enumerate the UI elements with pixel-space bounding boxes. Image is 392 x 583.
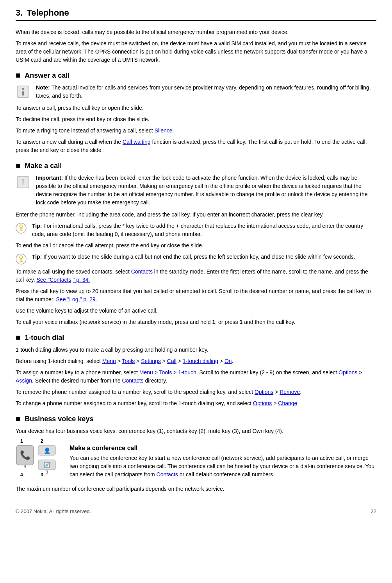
tip-content-1: For international calls, press the * key… [32, 223, 363, 237]
section-touch-dial-heading: ■ 1-touch dial [16, 333, 376, 342]
answer-para1: To answer a call, press the call key or … [16, 104, 376, 112]
key-num-4: 4 [20, 472, 23, 477]
touch-dial-para1: 1-touch dialing allows you to make a cal… [16, 346, 376, 354]
conference-text-area: Make a conference call You can use the c… [69, 438, 376, 482]
answer-call-note-text: Note: The actual invoice for calls and s… [36, 84, 376, 100]
section-business-voice-heading: ■ Business voice keys [16, 415, 376, 423]
business-voice-para1: Your device has four business voice keys… [16, 427, 376, 435]
answer-call-note: Note: The actual invoice for calls and s… [16, 84, 376, 100]
keys-illustration: 1 2 📞 👤 🔄 4 3 4 3 [16, 438, 62, 477]
svg-text:!: ! [22, 178, 24, 186]
tip-label-2: Tip: [32, 254, 42, 260]
svg-text:4: 4 [24, 464, 26, 469]
contacts-link-1[interactable]: Contacts [131, 268, 153, 275]
key-num-3: 3 [41, 472, 43, 477]
touch-dial-para5: To change a phone number assigned to a n… [16, 399, 376, 408]
bullet-icon-3: ■ [16, 333, 21, 342]
intro-para2: To make and receive calls, the device mu… [16, 39, 376, 64]
conference-area: 1 2 📞 👤 🔄 4 3 4 3 M [16, 438, 376, 482]
log-link[interactable]: See "Log," p. 29. [56, 296, 97, 302]
bullet-icon: ■ [16, 71, 21, 80]
intro-para1: When the device is locked, calls may be … [16, 28, 376, 36]
answer-para3: To mute a ringing tone instead of answer… [16, 127, 376, 135]
bullet-icon-4: ■ [16, 415, 21, 423]
conference-para2: The maximum number of conference call pa… [16, 485, 376, 493]
call-link-1[interactable]: Call [167, 358, 176, 364]
page-header: 3. Telephone [16, 8, 376, 21]
make-call-para2: To end the call or cancel the call attem… [16, 241, 376, 250]
important-label: Important: [36, 175, 63, 181]
svg-text:👤: 👤 [44, 447, 51, 454]
answer-call-title: Answer a call [25, 72, 69, 80]
tools-link-2[interactable]: Tools [159, 369, 172, 376]
tools-link-1[interactable]: Tools [122, 358, 135, 364]
tip-box-1: Tip: For international calls, press the … [16, 222, 376, 238]
chapter-number: 3. [16, 8, 23, 18]
tip-icon-2 [16, 254, 27, 265]
bullet-icon-2: ■ [16, 161, 21, 170]
options-link-1[interactable]: Options [339, 369, 357, 376]
tip-text-2: Tip: If you want to close the slide duri… [32, 253, 355, 261]
keys-diagram: 1 2 📞 👤 🔄 4 3 4 3 [16, 438, 59, 477]
make-call-para3: To make a call using the saved contacts,… [16, 268, 376, 284]
tip-text-1: Tip: For international calls, press the … [32, 222, 376, 238]
make-call-title: Make a call [25, 162, 62, 170]
answer-para4: To answer a new call during a call when … [16, 138, 376, 154]
contacts-link-3[interactable]: Contacts [122, 377, 143, 384]
settings-link-1[interactable]: Settings [141, 358, 161, 364]
1touch-dialing-link[interactable]: 1-touch dialing [183, 358, 218, 364]
copyright: © 2007 Nokia. All rights reserved. [16, 508, 91, 514]
page-footer: © 2007 Nokia. All rights reserved. 22 [16, 505, 376, 514]
note-label: Note: [36, 84, 50, 91]
touch-dial-para4: To remove the phone number assigned to a… [16, 388, 376, 396]
assign-link[interactable]: Assign [16, 377, 32, 384]
svg-text:🔄: 🔄 [44, 462, 51, 469]
important-content: If the device has been locked, enter the… [36, 175, 368, 206]
contacts-link-conf[interactable]: Contacts [157, 471, 178, 477]
make-call-para1: Enter the phone number, including the ar… [16, 211, 376, 219]
touch-dial-para3: To assign a number key to a phone number… [16, 368, 376, 385]
make-call-para5: Use the volume keys to adjust the volume… [16, 307, 376, 315]
make-call-para4: Press the call key to view up to 20 numb… [16, 287, 376, 304]
conference-para1: You can use the conference key to start … [69, 454, 376, 479]
note-content: The actual invoice for calls and service… [36, 84, 371, 99]
make-call-para6: To call your voice mailbox (network serv… [16, 318, 376, 326]
important-text: Important: If the device has been locked… [36, 174, 376, 207]
chapter-title: Telephone [27, 8, 69, 18]
note-icon [16, 84, 30, 99]
remove-link[interactable]: Remove [280, 389, 300, 395]
section-answer-call-heading: ■ Answer a call [16, 71, 376, 80]
business-voice-title: Business voice keys [25, 415, 93, 423]
options-link-2[interactable]: Options [255, 389, 273, 395]
page-number: 22 [371, 508, 376, 514]
svg-rect-2 [22, 91, 24, 96]
touch-dial-title: 1-touch dial [25, 334, 64, 342]
tip-icon-1 [16, 223, 27, 234]
menu-link-1[interactable]: Menu [102, 358, 116, 364]
options-link-3[interactable]: Options [253, 400, 272, 406]
call-waiting-link[interactable]: Call waiting [123, 139, 151, 145]
tip-box-2: Tip: If you want to close the slide duri… [16, 253, 376, 265]
section-make-call-heading: ■ Make a call [16, 161, 376, 170]
svg-text:📞: 📞 [20, 450, 31, 460]
important-icon: ! [16, 175, 30, 190]
tip-label-1: Tip: [32, 223, 42, 229]
change-link[interactable]: Change [278, 400, 297, 406]
conference-subheading: Make a conference call [69, 445, 376, 452]
tip-content-2: If you want to close the slide during a … [42, 254, 355, 260]
silence-link[interactable]: Silence [155, 127, 173, 134]
make-call-important: ! Important: If the device has been lock… [16, 174, 376, 207]
menu-link-2[interactable]: Menu [139, 369, 153, 376]
touch-dial-para2: Before using 1-touch dialing, select Men… [16, 357, 376, 365]
1touch-link[interactable]: 1-touch [178, 369, 196, 376]
answer-para2: To decline the call, press the end key o… [16, 115, 376, 123]
svg-point-1 [22, 88, 24, 90]
on-link[interactable]: On [225, 358, 232, 364]
contacts-link-2[interactable]: See "Contacts," p. 34. [36, 277, 90, 283]
svg-text:3: 3 [46, 470, 48, 474]
